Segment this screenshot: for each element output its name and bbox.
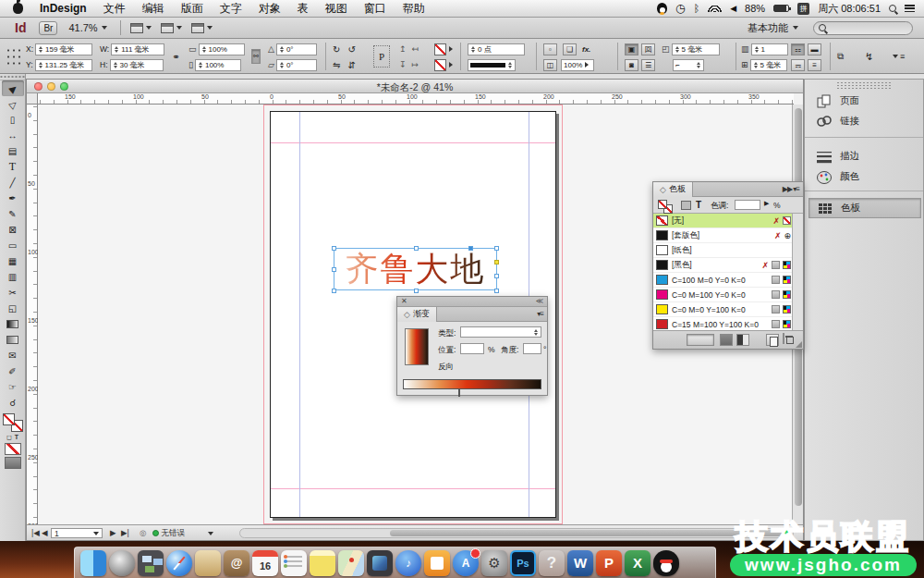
- dock-notes-icon[interactable]: [310, 550, 335, 576]
- dock-calendar-icon[interactable]: 16: [252, 550, 278, 576]
- dock-item-links[interactable]: 链接: [808, 111, 921, 131]
- note-tool[interactable]: ✉: [2, 348, 24, 363]
- time-machine-icon[interactable]: ◷: [675, 2, 685, 15]
- wrap-object-icon[interactable]: ◙: [625, 59, 638, 71]
- swatch-row-cyan[interactable]: C=100 M=0 Y=0 K=0: [653, 273, 794, 288]
- dock-photoshop-icon[interactable]: Ps: [510, 550, 536, 576]
- zoom-level-dropdown[interactable]: 41.7%: [68, 22, 106, 33]
- pen-tool[interactable]: ✒: [2, 191, 24, 206]
- dock-reminders-icon[interactable]: [281, 550, 307, 576]
- constrain-wh-icon[interactable]: ⚭: [172, 50, 179, 63]
- menubar-clock[interactable]: 周六 08:06:51: [818, 2, 881, 16]
- panel-close-icon[interactable]: ✕: [401, 297, 407, 305]
- new-swatch-button[interactable]: [766, 334, 779, 346]
- gradient-panel-menu-icon[interactable]: ▾≡: [537, 310, 543, 318]
- eyedropper-tool[interactable]: ✐: [2, 363, 24, 379]
- next-page-button[interactable]: ▶: [110, 528, 116, 537]
- opacity-field[interactable]: 100%: [561, 59, 594, 71]
- horizontal-scrollbar[interactable]: [239, 528, 794, 538]
- frame-handle[interactable]: [494, 274, 499, 278]
- menu-app-name[interactable]: InDesign: [40, 2, 87, 15]
- dock-item-pages[interactable]: 页面: [808, 91, 921, 111]
- menu-layout[interactable]: 版面: [181, 1, 203, 17]
- zoom-tool[interactable]: ☌: [2, 395, 24, 411]
- page-number-dropdown[interactable]: 1: [51, 528, 103, 538]
- transform-again-icon[interactable]: ⧉: [837, 50, 844, 63]
- rotate-ccw-icon[interactable]: ↺: [347, 44, 355, 55]
- dock-safari-icon[interactable]: [166, 550, 192, 576]
- document-titlebar[interactable]: *未命名-2 @ 41%: [27, 80, 803, 93]
- input-method-icon[interactable]: 拼: [797, 3, 809, 15]
- wifi-icon[interactable]: [708, 5, 722, 12]
- gutter-field[interactable]: 5 毫米: [750, 59, 787, 71]
- swatch-row-paper[interactable]: [纸色]: [653, 243, 794, 258]
- frame-outport[interactable]: [468, 246, 473, 251]
- corner-edit-handle[interactable]: [494, 260, 499, 264]
- swatch-scrollbar[interactable]: [792, 214, 803, 332]
- panel-resize-grip[interactable]: [796, 341, 802, 348]
- vertical-ruler[interactable]: 0 50 100 150 200 250 300: [27, 105, 38, 526]
- stroke-weight-field[interactable]: 0 点: [468, 43, 525, 55]
- horizontal-grid-tool[interactable]: ▦: [2, 253, 24, 269]
- dock-mission-control-icon[interactable]: [138, 550, 164, 576]
- bridge-button[interactable]: Br: [39, 21, 57, 35]
- workspace-switcher[interactable]: 基本功能: [748, 21, 798, 35]
- select-container-icon[interactable]: P: [373, 45, 390, 68]
- view-options-button[interactable]: [130, 23, 152, 33]
- page-tool[interactable]: ▯: [2, 112, 24, 128]
- w-field[interactable]: 111 毫米: [111, 43, 164, 55]
- first-page-button[interactable]: |◀: [31, 528, 40, 537]
- wrap-jump-icon[interactable]: ☰: [641, 59, 655, 71]
- frame-handle[interactable]: [414, 246, 419, 251]
- tint-slider-arrow[interactable]: ▶: [764, 200, 769, 207]
- direct-selection-tool[interactable]: ▷: [2, 96, 24, 112]
- search-input[interactable]: [813, 21, 913, 35]
- dock-item-swatches[interactable]: 色板: [808, 198, 921, 218]
- align-top-icon[interactable]: ⚏: [791, 43, 805, 55]
- menu-object[interactable]: 对象: [259, 1, 281, 17]
- page-text[interactable]: 齐鲁大地: [334, 247, 496, 291]
- dock-maps-icon[interactable]: [338, 550, 364, 576]
- dock-powerpoint-icon[interactable]: P: [596, 550, 622, 576]
- content-collector-tool[interactable]: ▤: [2, 143, 24, 159]
- screen-mode-toggle[interactable]: [5, 457, 21, 469]
- gradient-angle-field[interactable]: [523, 343, 541, 354]
- h-field[interactable]: 30 毫米: [110, 59, 164, 71]
- preflight-menu-caret[interactable]: [208, 528, 213, 537]
- horizontal-ruler[interactable]: 150 100 50 0 50 100 150 200 250 300 350: [38, 93, 794, 105]
- quick-apply-icon[interactable]: ↯: [865, 50, 873, 63]
- frame-handle[interactable]: [332, 246, 336, 251]
- frame-tool[interactable]: ⊠: [2, 222, 24, 238]
- fit-frame-icon[interactable]: ↤: [412, 44, 419, 54]
- stroke-style-dropdown[interactable]: [468, 59, 516, 71]
- notification-center-icon[interactable]: [905, 5, 915, 12]
- prev-page-button[interactable]: ◀: [42, 528, 48, 537]
- scale-y-field[interactable]: 100%: [195, 59, 241, 71]
- show-all-swatches-button[interactable]: [687, 334, 714, 346]
- dock-contacts-icon[interactable]: @: [224, 550, 249, 576]
- gradient-location-field[interactable]: [460, 343, 484, 354]
- fill-color-control[interactable]: [434, 43, 446, 55]
- fit-proportional-icon[interactable]: ↦: [412, 60, 419, 69]
- scale-x-field[interactable]: 100%: [199, 43, 245, 55]
- tint-field[interactable]: [735, 200, 760, 210]
- stroke-color-control[interactable]: [434, 59, 446, 71]
- fill-stroke-indicator[interactable]: [3, 413, 23, 432]
- gradient-feather-tool[interactable]: [2, 332, 24, 348]
- spotlight-icon[interactable]: [889, 5, 896, 12]
- toolbox-grip[interactable]: [0, 74, 25, 80]
- corner-style-dropdown[interactable]: ⌐: [673, 59, 704, 71]
- menu-file[interactable]: 文件: [103, 1, 126, 17]
- fill-proxy-icon[interactable]: [658, 200, 667, 209]
- align-bottom-icon[interactable]: ⚎: [791, 59, 805, 71]
- swatch-row-black[interactable]: [黑色] ✗: [653, 258, 794, 273]
- ruler-origin-box[interactable]: [27, 93, 38, 105]
- dock-ibooks-icon[interactable]: [424, 550, 450, 576]
- type-tool[interactable]: T: [2, 159, 24, 175]
- formatting-text-icon[interactable]: T: [15, 434, 18, 441]
- volume-icon[interactable]: ◀: [730, 4, 736, 13]
- reference-point-proxy[interactable]: [6, 47, 22, 66]
- gradient-swatch-tool[interactable]: [2, 316, 24, 332]
- vertical-grid-tool[interactable]: ▥: [2, 269, 24, 285]
- dock-photo-booth-icon[interactable]: [367, 550, 393, 576]
